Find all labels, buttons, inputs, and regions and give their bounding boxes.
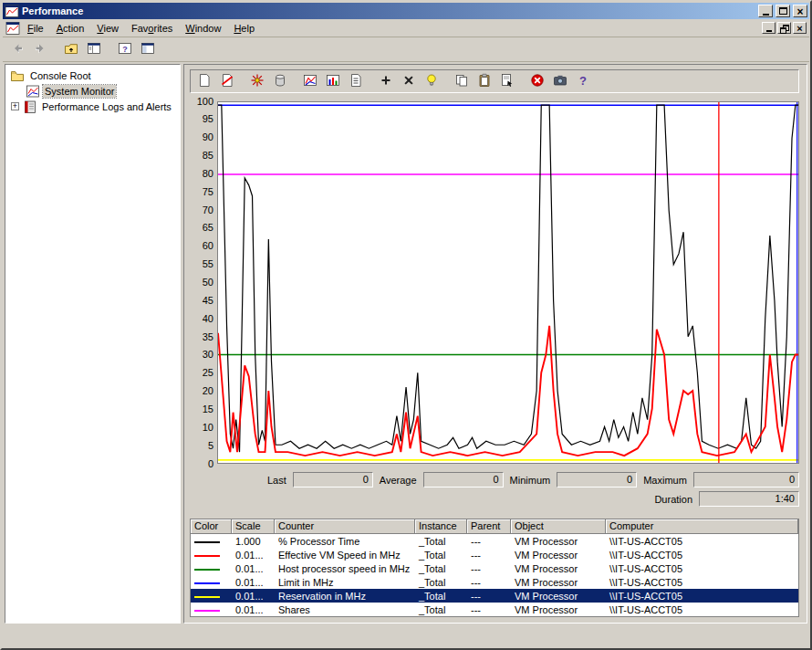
view-log-data-button[interactable] — [269, 71, 291, 91]
legend-header-counter[interactable]: Counter — [275, 519, 415, 534]
view-current-activity-button[interactable] — [246, 71, 268, 91]
legend-row-host-processor-speed-in-mhz[interactable]: 0.01...Host processor speed in MHz_Total… — [191, 561, 798, 575]
legend-row-effective-vm-speed-in-mhz[interactable]: 0.01...Effective VM Speed in MHz_Total--… — [191, 548, 798, 561]
delete-counter-button[interactable] — [398, 71, 420, 91]
show-hide-console-tree-button[interactable] — [83, 39, 105, 59]
tree-item-performance-logs-and-alerts[interactable]: + Performance Logs and Alerts — [5, 99, 180, 114]
counter-color-line — [194, 555, 220, 557]
help-button[interactable]: ? — [114, 39, 136, 59]
legend-cell-computer: \\IT-US-ACCT05 — [606, 604, 798, 615]
legend-cell-parent: --- — [467, 550, 511, 561]
menu-help[interactable]: Help — [227, 21, 261, 36]
expand-plus-icon[interactable]: + — [11, 102, 19, 110]
paste-counter-list-button[interactable] — [474, 71, 495, 91]
add-counter-button[interactable] — [375, 71, 397, 91]
counter-color-line — [194, 569, 220, 571]
back-button[interactable] — [6, 39, 28, 59]
mdi-minimize-button[interactable] — [762, 22, 776, 34]
close-button[interactable] — [793, 5, 807, 17]
mdi-close-button[interactable] — [793, 22, 807, 34]
legend-row-processor-time[interactable]: 1.000% Processor Time_Total---VM Process… — [191, 534, 798, 548]
chart-plot — [217, 101, 799, 464]
legend-row-limit-in-mhz[interactable]: 0.01...Limit in MHz_Total---VM Processor… — [191, 575, 798, 589]
y-axis-tick: 80 — [203, 168, 213, 179]
duration-value: 1:40 — [699, 491, 799, 507]
legend-cell-parent: --- — [467, 563, 511, 574]
up-one-level-button[interactable] — [60, 39, 82, 59]
legend-header-computer[interactable]: Computer — [606, 519, 798, 534]
legend-cell-counter: Shares — [275, 604, 415, 615]
legend-row-reservation-in-mhz[interactable]: 0.01...Reservation in MHz_Total---VM Pro… — [191, 589, 798, 603]
add-counter-icon — [379, 73, 393, 90]
restore-icon — [780, 25, 788, 32]
legend-cell-object: VM Processor — [511, 604, 606, 615]
paste-counter-list-icon — [477, 73, 492, 90]
tree-item-system-monitor[interactable]: System Monitor — [5, 83, 180, 99]
last-label: Last — [267, 475, 286, 486]
context-help-button[interactable] — [137, 39, 159, 59]
up-one-level-icon — [64, 41, 78, 58]
menu-window[interactable]: Window — [179, 21, 227, 36]
legend-cell-counter: % Processor Time — [275, 536, 415, 547]
legend-cell-color — [191, 563, 232, 574]
legend-cell-scale: 0.01... — [232, 563, 275, 574]
minimize-button[interactable] — [758, 5, 773, 17]
tree-item-console-root[interactable]: Console Root — [5, 68, 180, 83]
view-report-button[interactable] — [345, 71, 367, 91]
system-monitor-icon — [26, 84, 39, 98]
console-window-icon[interactable] — [5, 21, 19, 35]
highlight-button[interactable] — [421, 71, 442, 91]
help-button[interactable]: ? — [572, 71, 594, 91]
counter-color-line — [194, 610, 220, 612]
new-counter-set-button[interactable] — [193, 71, 215, 91]
y-axis-tick: 30 — [203, 349, 213, 360]
legend-cell-scale: 0.01... — [232, 591, 275, 602]
legend-cell-scale: 0.01... — [232, 604, 275, 615]
help-icon: ? — [576, 73, 590, 90]
menubar: FileActionViewFavoritesWindowHelp — [3, 19, 809, 37]
legend-cell-color — [191, 550, 232, 561]
view-log-data-icon — [273, 73, 287, 90]
copy-properties-button[interactable] — [451, 71, 473, 91]
maximize-button[interactable] — [776, 5, 790, 17]
menu-favorites[interactable]: Favorites — [125, 21, 179, 36]
view-histogram-button[interactable] — [322, 71, 344, 91]
legend-header-scale[interactable]: Scale — [232, 519, 275, 534]
mdi-restore-button[interactable] — [777, 22, 791, 34]
view-graph-button[interactable] — [299, 71, 321, 91]
y-axis-tick: 70 — [203, 204, 213, 215]
legend-header-instance[interactable]: Instance — [415, 519, 467, 534]
legend-cell-color — [191, 604, 232, 615]
legend-header-color[interactable]: Color — [191, 519, 232, 534]
legend-cell-computer: \\IT-US-ACCT05 — [606, 591, 798, 602]
y-axis: 1009590858075706560555045403530252015105… — [190, 101, 217, 464]
maximum-value: 0 — [693, 472, 799, 488]
mdi-controls — [762, 22, 807, 34]
tree-item-label: Performance Logs and Alerts — [40, 100, 173, 113]
properties-button[interactable] — [496, 71, 518, 91]
view-histogram-icon — [326, 73, 340, 90]
legend-header-parent[interactable]: Parent — [467, 519, 511, 534]
system-monitor-panel: ? 10095908580757065605550454035302520151… — [183, 64, 807, 624]
forward-button[interactable] — [29, 39, 51, 59]
stats-row: Last 0 Average 0 Minimum 0 Maximum 0 — [190, 472, 799, 488]
maximize-icon — [779, 7, 787, 15]
menu-file[interactable]: File — [21, 21, 50, 36]
update-data-button[interactable] — [549, 71, 571, 91]
y-axis-tick: 90 — [203, 131, 213, 142]
y-axis-tick: 10 — [203, 422, 213, 433]
main-toolbar: ? — [3, 37, 809, 62]
y-axis-tick: 75 — [203, 186, 213, 197]
titlebar[interactable]: Performance — [3, 3, 809, 19]
clear-display-button[interactable] — [216, 71, 238, 91]
menu-action[interactable]: Action — [50, 21, 91, 36]
counter-color-line — [194, 541, 220, 543]
menu-view[interactable]: View — [90, 21, 125, 36]
legend-cell-counter: Limit in MHz — [275, 577, 415, 588]
legend-row-shares[interactable]: 0.01...Shares_Total---VM Processor\\IT-U… — [191, 603, 798, 616]
close-icon — [796, 5, 803, 18]
legend-header-object[interactable]: Object — [511, 519, 606, 534]
legend-cell-scale: 0.01... — [232, 550, 275, 561]
console-tree: Console Root System Monitor + Performanc… — [5, 64, 181, 624]
freeze-display-button[interactable] — [526, 71, 548, 91]
